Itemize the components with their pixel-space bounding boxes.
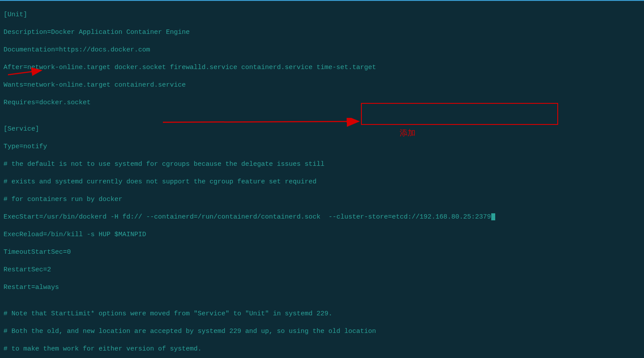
config-line: TimeoutStartSec=0 xyxy=(4,248,640,257)
window-top-border xyxy=(0,0,644,1)
config-line: Restart=always xyxy=(4,283,640,292)
terminal-viewport[interactable]: [Unit] Description=Docker Application Co… xyxy=(4,2,640,358)
config-line: Documentation=https://docs.docker.com xyxy=(4,46,640,55)
config-comment: # Note that StartLimit* options were mov… xyxy=(4,310,640,318)
config-line: Requires=docker.socket xyxy=(4,99,640,107)
terminal-cursor xyxy=(491,213,495,220)
config-comment: # for containers run by docker xyxy=(4,195,640,204)
config-comment: # exists and systemd currently does not … xyxy=(4,178,640,186)
config-line-execstart: ExecStart=/usr/bin/dockerd -H fd:// --co… xyxy=(4,213,640,222)
config-line: RestartSec=2 xyxy=(4,266,640,274)
execstart-prefix: ExecStart=/usr/bin/dockerd -H fd:// --co… xyxy=(4,213,328,221)
config-line: Description=Docker Application Container… xyxy=(4,28,640,37)
config-comment: # Both the old, and new location are acc… xyxy=(4,327,640,336)
config-line: [Service] xyxy=(4,125,640,134)
config-comment: # the default is not to use systemd for … xyxy=(4,160,640,169)
config-comment: # to make them work for either version o… xyxy=(4,345,640,354)
config-line: Type=notify xyxy=(4,142,640,151)
cluster-store-addition: --cluster-store=etcd://192.168.80.25:237… xyxy=(328,213,491,221)
config-line: [Unit] xyxy=(4,11,640,19)
config-line: Wants=network-online.target containerd.s… xyxy=(4,81,640,90)
config-line: After=network-online.target docker.socke… xyxy=(4,63,640,72)
config-line: ExecReload=/bin/kill -s HUP $MAINPID xyxy=(4,230,640,239)
